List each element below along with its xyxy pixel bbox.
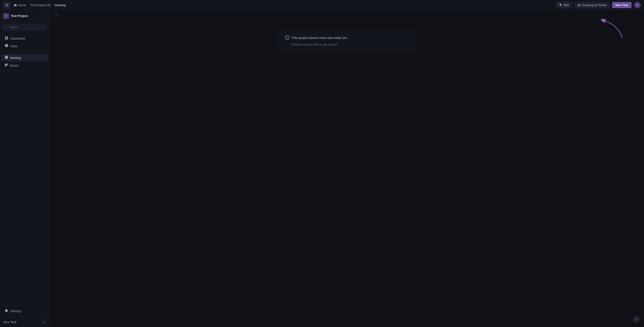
sidebar-icon: [5, 4, 8, 7]
backlog-icon: [5, 56, 8, 60]
sidebar-item-backlog[interactable]: Backlog: [1, 54, 48, 62]
inbox-icon: [5, 44, 8, 48]
content-area: + i This project doesn't have any tasks …: [50, 10, 644, 327]
svg-rect-2: [7, 5, 8, 5]
plus-icon: +: [43, 320, 44, 324]
svg-point-4: [578, 4, 578, 5]
project-initials: T: [5, 14, 7, 17]
user-avatar[interactable]: TP: [634, 2, 640, 8]
home-icon: [14, 4, 17, 7]
add-content-button[interactable]: +: [53, 12, 59, 19]
sidebar: T Test Project ▾ ⌕: [0, 10, 50, 317]
sidebar-views-nav: Backlog Board: [0, 52, 49, 72]
empty-card-subtitle: Please create a task to get started.: [285, 43, 408, 46]
home-link[interactable]: Home: [14, 4, 26, 7]
board-icon: [5, 64, 8, 68]
empty-state-container: i This project doesn't have any tasks ye…: [50, 21, 644, 327]
sidebar-item-dashboard[interactable]: Dashboard: [1, 34, 48, 42]
project-name: Test Project: [11, 14, 28, 18]
empty-card-title-row: i This project doesn't have any tasks ye…: [285, 36, 408, 40]
avatar-initials: TP: [636, 4, 639, 6]
search-icon: ⌕: [4, 26, 6, 29]
svg-rect-11: [7, 36, 8, 38]
grouping-button[interactable]: Grouping by Priority: [575, 2, 610, 8]
settings-label: Settings: [10, 309, 21, 313]
svg-point-20: [6, 310, 7, 311]
filter-label: Filter: [563, 4, 570, 7]
svg-rect-17: [5, 64, 6, 67]
sidebar-item-inbox[interactable]: Inbox: [1, 42, 48, 50]
svg-rect-15: [5, 57, 8, 58]
nav-left: Home › Test Project (8) › Backlog: [4, 2, 66, 8]
help-button[interactable]: ?: [633, 316, 640, 323]
svg-rect-9: [579, 6, 580, 6]
project-avatar: T: [3, 13, 9, 19]
top-navigation: Home › Test Project (8) › Backlog Filter…: [0, 0, 644, 10]
sidebar-main-nav: Dashboard Inbox: [0, 33, 49, 52]
breadcrumb-chevron-2: ›: [52, 4, 53, 7]
project-header-left: T Test Project: [3, 13, 28, 19]
sidebar-toggle-button[interactable]: [4, 2, 10, 8]
board-label: Board: [10, 64, 18, 67]
breadcrumb-current: Backlog: [55, 4, 66, 7]
filter-icon: [559, 4, 562, 7]
content-toolbar: +: [50, 10, 644, 21]
svg-rect-19: [7, 64, 8, 65]
svg-rect-18: [6, 64, 7, 66]
empty-card-title-text: This project doesn't have any tasks yet.: [292, 36, 348, 40]
svg-rect-7: [579, 4, 580, 4]
svg-rect-1: [7, 4, 8, 4]
backlog-label: Backlog: [10, 56, 21, 60]
filter-button[interactable]: Filter: [556, 2, 572, 8]
sidebar-bottom-nav: Settings: [0, 305, 49, 317]
bottom-plus-button[interactable]: +: [41, 320, 46, 324]
new-task-bottom-label: New Task: [4, 320, 16, 324]
breadcrumb-project[interactable]: Test Project (8): [30, 4, 50, 7]
dashboard-label: Dashboard: [10, 37, 25, 40]
svg-rect-0: [5, 4, 6, 6]
new-task-header-label: New Task: [616, 4, 628, 7]
sidebar-outer: T Test Project ▾ ⌕: [0, 10, 50, 327]
search-input[interactable]: [2, 24, 47, 30]
svg-point-5: [578, 5, 578, 5]
add-content-icon: +: [55, 13, 58, 18]
help-icon: ?: [636, 318, 637, 321]
dashboard-icon: [5, 36, 8, 40]
sidebar-item-settings[interactable]: Settings: [1, 307, 48, 315]
breadcrumb-chevron-1: ›: [28, 4, 28, 7]
grouping-label: Grouping by Priority: [582, 4, 606, 7]
empty-card: i This project doesn't have any tasks ye…: [278, 29, 416, 52]
bottom-bar: New Task +: [0, 317, 50, 327]
svg-rect-12: [5, 38, 6, 40]
svg-point-6: [578, 6, 578, 6]
project-header[interactable]: T Test Project ▾: [0, 10, 49, 22]
settings-icon: [5, 309, 8, 313]
new-task-bottom-button[interactable]: New Task: [4, 320, 16, 324]
grouping-icon: [578, 4, 580, 7]
svg-rect-16: [5, 58, 8, 59]
sidebar-item-board[interactable]: Board: [1, 62, 48, 69]
svg-rect-8: [579, 5, 580, 5]
inbox-label: Inbox: [10, 44, 18, 48]
nav-right: Filter Grouping by Priority New Task TP: [556, 2, 640, 8]
svg-rect-10: [5, 36, 6, 38]
svg-rect-13: [7, 38, 8, 40]
project-dropdown-chevron: ▾: [45, 14, 46, 18]
svg-rect-3: [7, 6, 8, 6]
home-label: Home: [18, 4, 26, 7]
info-icon: i: [285, 36, 289, 40]
search-box: ⌕: [2, 24, 47, 30]
svg-rect-14: [5, 56, 8, 56]
main-body: T Test Project ▾ ⌕: [0, 10, 644, 327]
new-task-header-button[interactable]: New Task: [612, 2, 632, 8]
